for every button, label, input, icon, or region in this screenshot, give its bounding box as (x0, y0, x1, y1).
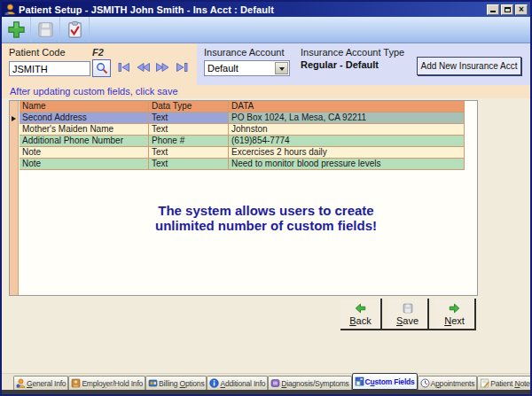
custom-fields-grid[interactable]: Name Data Type DATA Second Address Text … (9, 100, 478, 296)
tab-custom-fields[interactable]: Custom Fields (352, 373, 418, 390)
table-row[interactable]: Mother's Maiden Name Text Johnston (20, 124, 465, 136)
general-info-icon (16, 378, 26, 388)
custom-fields-page: Name Data Type DATA Second Address Text … (2, 98, 530, 373)
insurance-account-label: Insurance Account (204, 47, 285, 58)
back-button[interactable]: Back (340, 299, 382, 329)
patient-code-hotkey: F2 (92, 47, 104, 58)
table-row[interactable]: Additional Phone Number Phone # (619)854… (20, 136, 465, 147)
save-icon (36, 20, 55, 39)
cell-data-type[interactable]: Text (149, 113, 229, 123)
cell-data[interactable]: Excercises 2 hours daily (229, 147, 465, 158)
table-row[interactable]: Second Address Text PO Box 1024, La Mesa… (20, 113, 465, 124)
custom-fields-icon (355, 377, 364, 386)
notice-text: After updating custom fields, click save (2, 85, 530, 98)
chevron-down-icon[interactable] (275, 62, 288, 74)
tab-billing-options[interactable]: Billing Options (145, 376, 207, 390)
grid-header-row: Name Data Type DATA (20, 101, 465, 113)
save-button[interactable]: Save (387, 299, 429, 329)
first-record-icon (117, 62, 131, 73)
insurance-account-type-value: Regular - Default (301, 59, 379, 70)
cell-name[interactable]: Additional Phone Number (20, 136, 149, 146)
add-icon (7, 20, 26, 39)
patient-panel: Patient Code F2 (2, 43, 197, 85)
add-new-insurance-button[interactable]: Add New Insurance Acct (417, 57, 521, 75)
patient-code-input[interactable] (9, 61, 90, 76)
next-record-button[interactable] (155, 62, 170, 73)
patient-setup-window: Patient Setup - JSMITH John Smith - Ins … (0, 0, 532, 396)
tab-diagnosis-symptoms[interactable]: Diagnosis/Symptoms (268, 376, 351, 390)
column-header-data[interactable]: DATA (229, 101, 465, 112)
first-record-button[interactable] (117, 62, 131, 73)
additional-info-icon (209, 378, 219, 388)
bottom-tab-bar: General Info Employer/Hold Info Billing … (2, 373, 530, 390)
last-record-button[interactable] (175, 62, 189, 73)
patient-notes-icon (480, 378, 489, 388)
info-message: The system allows users to create unlimi… (2, 203, 530, 233)
save-icon (402, 302, 414, 314)
cell-data-type[interactable]: Phone # (149, 136, 229, 146)
search-icon (96, 62, 108, 74)
info-message-line1: The system allows users to create (2, 203, 530, 218)
close-icon: × (519, 6, 524, 13)
cell-data[interactable]: PO Box 1024, La Mesa, CA 92211 (229, 113, 465, 123)
cell-data[interactable]: Need to monitor blood pressure levels (229, 159, 465, 169)
cell-data[interactable]: (619)854-7774 (229, 136, 465, 146)
info-message-line2: unlimited number of custom fields! (2, 218, 530, 233)
tab-general-info[interactable]: General Info (13, 376, 68, 390)
table-row[interactable]: Note Text Excercises 2 hours daily (20, 147, 465, 159)
toolbar (2, 17, 530, 43)
record-navigator (117, 62, 189, 73)
tab-additional-info[interactable]: Additional Info (207, 376, 268, 390)
row-selector-column (10, 101, 19, 295)
minimize-icon (490, 11, 496, 12)
validate-button[interactable] (60, 17, 90, 43)
next-record-icon (155, 62, 170, 73)
tab-appointments[interactable]: Appointments (418, 376, 478, 390)
minimize-button[interactable] (487, 4, 499, 15)
patient-code-label: Patient Code (9, 47, 66, 58)
insurance-account-select[interactable]: Default (204, 60, 290, 76)
billing-icon (148, 378, 158, 388)
cell-name[interactable]: Note (20, 147, 149, 158)
close-button[interactable]: × (515, 4, 528, 15)
back-arrow-icon (354, 302, 367, 314)
wizard-buttons: Back Save Next (340, 299, 476, 330)
prev-record-button[interactable] (136, 62, 151, 73)
window-bottom-border (2, 390, 530, 394)
title-bar[interactable]: Patient Setup - JSMITH John Smith - Ins … (2, 2, 530, 17)
tab-patient-notes[interactable]: Patient Notes (477, 376, 532, 390)
validate-icon (66, 20, 84, 39)
save-record-button[interactable] (31, 17, 60, 43)
insurance-account-type-label: Insurance Account Type (301, 47, 404, 58)
window-title: Patient Setup - JSMITH John Smith - Ins … (19, 4, 484, 15)
last-record-icon (175, 62, 189, 73)
appointments-icon (420, 378, 430, 388)
cell-name[interactable]: Note (20, 159, 149, 169)
column-header-name[interactable]: Name (20, 101, 149, 112)
next-arrow-icon (448, 302, 461, 314)
insurance-account-value: Default (207, 63, 239, 74)
diagnosis-icon (270, 378, 280, 388)
insurance-panel: Insurance Account Default Insurance Acco… (197, 43, 530, 85)
add-record-button[interactable] (2, 17, 31, 43)
cell-data-type[interactable]: Text (149, 147, 229, 158)
column-header-data-type[interactable]: Data Type (149, 101, 229, 112)
tab-employer-hold-info[interactable]: Employer/Hold Info (68, 376, 145, 390)
next-button[interactable]: Next (434, 299, 476, 329)
cell-name[interactable]: Mother's Maiden Name (20, 124, 149, 135)
cell-name[interactable]: Second Address (20, 113, 149, 123)
patient-search-button[interactable] (92, 59, 111, 77)
current-row-indicator-icon (12, 116, 16, 121)
app-icon (4, 4, 16, 15)
cell-data[interactable]: Johnston (229, 124, 465, 135)
cell-data-type[interactable]: Text (149, 124, 229, 135)
prev-record-icon (136, 62, 151, 73)
table-row[interactable]: Note Text Need to monitor blood pressure… (20, 159, 465, 170)
maximize-icon (505, 7, 511, 12)
patient-insurance-bar: Patient Code F2 (2, 43, 530, 85)
employer-icon (71, 378, 81, 388)
cell-data-type[interactable]: Text (149, 159, 229, 169)
maximize-button[interactable] (501, 4, 513, 15)
